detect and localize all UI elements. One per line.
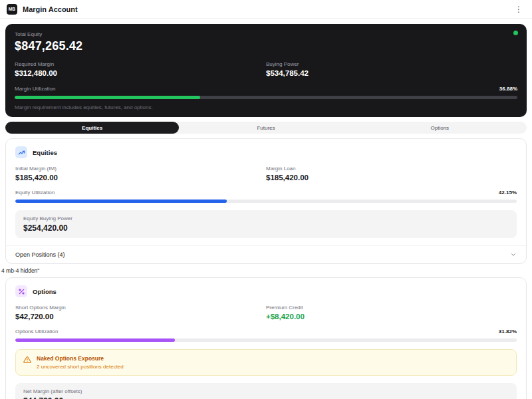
net-margin-value: $44,720.00 <box>23 396 509 399</box>
app-logo: MB <box>7 4 17 15</box>
margin-utilization-label: Margin Utilization <box>15 86 55 92</box>
total-equity-value: $847,265.42 <box>15 39 517 53</box>
stray-hidden-text: 4 mb-4 hidden" <box>1 267 527 274</box>
margin-loan-value: $185,420.00 <box>266 174 517 182</box>
equities-open-positions-row[interactable]: Open Positions (4) <box>6 245 526 263</box>
options-utilization-label: Options Utilization <box>15 329 58 334</box>
premium-credit-label: Premium Credit <box>266 305 517 311</box>
short-options-margin-label: Short Options Margin <box>15 305 266 311</box>
margin-footnote: Margin requirement includes equities, fu… <box>15 104 517 110</box>
equity-utilization-value: 42.15% <box>499 190 517 196</box>
equity-utilization-fill <box>15 200 227 203</box>
options-percent-icon <box>15 285 27 297</box>
options-utilization-value: 31.82% <box>499 329 517 334</box>
equity-buying-power-box: Equity Buying Power $254,420.00 <box>15 210 517 238</box>
app-header: MB Margin Account ⋮ <box>0 0 532 19</box>
buying-power-stat: Buying Power $534,785.42 <box>266 61 517 77</box>
buying-power-label: Buying Power <box>266 61 517 67</box>
equity-utilization-bar <box>15 200 517 203</box>
options-utilization-fill <box>15 338 175 342</box>
initial-margin-value: $185,420.00 <box>15 174 266 182</box>
total-equity-label: Total Equity <box>15 31 517 37</box>
required-margin-stat: Required Margin $312,480.00 <box>15 61 266 77</box>
options-utilization-bar <box>15 338 517 342</box>
warning-detail: 2 uncovered short positions detected <box>37 364 124 370</box>
page-title: Margin Account <box>23 5 78 13</box>
margin-utilization-value: 36.88% <box>499 86 517 92</box>
options-card-title: Options <box>33 288 57 295</box>
main-content: Total Equity $847,265.42 Required Margin… <box>0 19 532 399</box>
tab-futures[interactable]: Futures <box>179 122 352 134</box>
margin-utilization-fill <box>15 96 200 99</box>
premium-credit-value: +$8,420.00 <box>266 313 517 321</box>
initial-margin-stat: Initial Margin (IM) $185,420.00 <box>15 166 266 182</box>
buying-power-value: $534,785.42 <box>266 69 517 77</box>
premium-credit-stat: Premium Credit +$8,420.00 <box>266 305 517 321</box>
equities-card-title: Equities <box>33 149 57 156</box>
short-options-margin-stat: Short Options Margin $42,720.00 <box>15 305 266 321</box>
equities-card: Equities Initial Margin (IM) $185,420.00… <box>5 138 527 264</box>
required-margin-label: Required Margin <box>15 61 266 67</box>
equity-buying-power-value: $254,420.00 <box>23 223 509 233</box>
naked-options-warning: Naked Options Exposure 2 uncovered short… <box>15 349 517 376</box>
net-margin-label: Net Margin (after offsets) <box>23 388 509 394</box>
kebab-menu-icon[interactable]: ⋮ <box>512 4 525 15</box>
net-margin-box: Net Margin (after offsets) $44,720.00 Sp… <box>15 383 517 399</box>
chevron-down-icon <box>510 251 517 258</box>
status-dot-icon <box>513 31 518 35</box>
account-summary-card: Total Equity $847,265.42 Required Margin… <box>5 24 527 117</box>
required-margin-value: $312,480.00 <box>15 69 266 77</box>
equity-buying-power-label: Equity Buying Power <box>23 215 509 221</box>
warning-title: Naked Options Exposure <box>37 355 124 362</box>
asset-class-tabs: Equities Futures Options <box>5 122 527 134</box>
options-card: Options Short Options Margin $42,720.00 … <box>5 277 527 399</box>
warning-triangle-icon <box>23 356 31 364</box>
margin-loan-stat: Margin Loan $185,420.00 <box>266 166 517 182</box>
initial-margin-label: Initial Margin (IM) <box>15 166 266 172</box>
margin-loan-label: Margin Loan <box>266 166 517 172</box>
trending-up-icon <box>15 146 27 158</box>
tab-options[interactable]: Options <box>353 122 527 134</box>
equity-utilization-label: Equity Utilization <box>15 190 55 196</box>
tab-equities[interactable]: Equities <box>5 122 179 134</box>
equities-open-positions-label: Open Positions (4) <box>15 251 65 258</box>
short-options-margin-value: $42,720.00 <box>15 313 266 321</box>
margin-utilization-bar <box>15 96 517 99</box>
